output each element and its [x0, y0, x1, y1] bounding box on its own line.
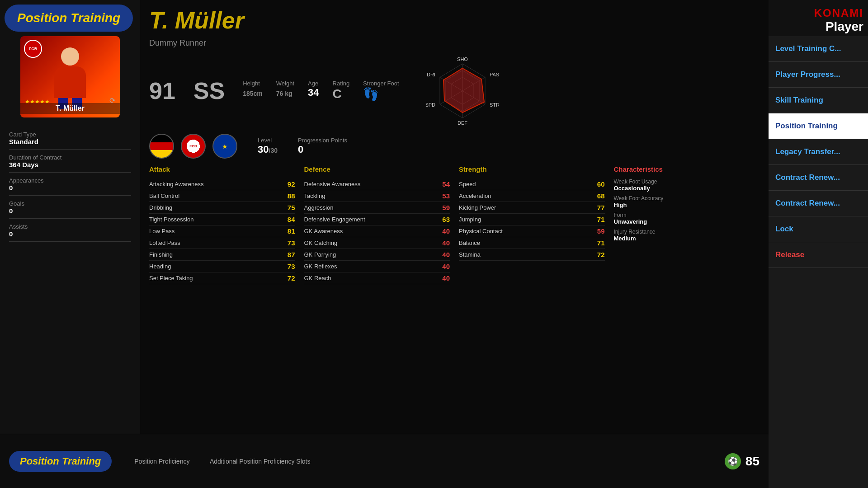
svg-text:PAS: PAS — [490, 72, 499, 77]
contract-label: Duration of Contract — [9, 154, 131, 161]
stat-low-pass: Low Pass 81 — [149, 225, 295, 237]
stat-gk-catching: GK Catching 40 — [304, 237, 450, 249]
additional-proficiency-label: Additional Position Proficiency Slots — [210, 458, 311, 465]
height-stat: Height 185cm — [243, 80, 263, 102]
bottom-badge-label: Position Training — [20, 455, 101, 467]
char-weak-foot-accuracy: Weak Foot Accuracy High — [614, 195, 760, 208]
stat-attacking-awareness: Attacking Awareness 92 — [149, 178, 295, 190]
stat-stamina: Stamina 72 — [459, 249, 605, 261]
bottom-panel: Position Training Position Proficiency A… — [0, 434, 769, 488]
sidebar-item-release[interactable]: Release — [769, 242, 868, 268]
stat-tight-possession: Tight Possession 84 — [149, 214, 295, 225]
stat-jumping: Jumping 71 — [459, 214, 605, 225]
characteristics-header: Characteristics — [614, 165, 760, 175]
stat-gk-parrying: GK Parrying 40 — [304, 249, 450, 261]
center-panel: T. Müller Dummy Runner 91 SS Height 185c… — [140, 0, 769, 488]
stat-speed: Speed 60 — [459, 178, 605, 190]
player-menu-label: Player — [773, 19, 863, 34]
age-label: Age — [308, 80, 319, 87]
defence-column: Defence Defensive Awareness 54 Tackling … — [304, 165, 450, 284]
stat-physical-contact: Physical Contact 59 — [459, 225, 605, 237]
sidebar-item-position-training[interactable]: Position Training — [769, 113, 868, 139]
bayern-badge: FCB — [181, 134, 206, 159]
goals-label: Goals — [9, 200, 131, 207]
char-form: Form Unwavering — [614, 212, 760, 225]
assists-value: 0 — [9, 230, 131, 242]
char-weak-foot-usage: Weak Foot Usage Occasionally — [614, 178, 760, 192]
stat-ball-control: Ball Control 88 — [149, 190, 295, 202]
stat-lofted-pass: Lofted Pass 73 — [149, 237, 295, 249]
height-value: 185cm — [243, 87, 263, 99]
currency-amount: 85 — [745, 454, 760, 469]
team-badge-card: FCB — [24, 40, 42, 58]
sidebar-item-legacy-transfer[interactable]: Legacy Transfer... — [769, 139, 868, 165]
stat-gk-reflexes: GK Reflexes 40 — [304, 261, 450, 272]
level-section: Level 30/30 — [258, 137, 278, 155]
sidebar-item-contract-renew-1[interactable]: Contract Renew... — [769, 165, 868, 191]
badges-level-row: FCB ★ Level 30/30 Progression Points 0 — [149, 134, 760, 159]
currency-icon: ⚽ — [725, 453, 741, 469]
sidebar-item-skill-training[interactable]: Skill Training — [769, 88, 868, 113]
char-injury-resistance: Injury Resistance Medium — [614, 229, 760, 242]
goals-value: 0 — [9, 207, 131, 219]
weight-value: 76 kg — [276, 87, 294, 99]
main-stats-row: 91 SS Height 185cm Weight 76 kg Age — [149, 55, 760, 127]
player-header: T. Müller — [149, 7, 760, 34]
stat-balance: Balance 71 — [459, 237, 605, 249]
attack-column: Attack Attacking Awareness 92 Ball Contr… — [149, 165, 295, 284]
level-value: 30/30 — [258, 144, 278, 155]
stat-finishing: Finishing 87 — [149, 249, 295, 261]
bottom-sub-labels: Position Proficiency Additional Position… — [134, 457, 310, 465]
card-type-value: Standard — [9, 138, 131, 150]
player-card: FCB ★★★★★ ⟳ T. Müller — [20, 36, 120, 117]
stat-dribbling: Dribbling 75 — [149, 202, 295, 214]
overall-rating: 91 — [149, 77, 175, 104]
euro-badge: ★ — [212, 134, 237, 159]
player-figure — [41, 47, 99, 106]
stat-tackling: Tackling 53 — [304, 190, 450, 202]
contract-value: 364 Days — [9, 161, 131, 173]
stat-heading: Heading 73 — [149, 261, 295, 272]
sidebar-item-lock[interactable]: Lock — [769, 216, 868, 242]
strength-header: Strength — [459, 165, 605, 175]
rating-stat: Rating C — [333, 80, 350, 102]
stat-gk-reach: GK Reach 40 — [304, 272, 450, 284]
position-rating: SS — [193, 77, 225, 104]
stat-set-piece: Set Piece Taking 72 — [149, 272, 295, 284]
rating-value: C — [333, 87, 350, 101]
weight-label: Weight — [276, 80, 294, 87]
right-sidebar: KONAMI Player Level Training C... Player… — [769, 0, 868, 488]
konami-logo: KONAMI — [773, 7, 863, 19]
assists-label: Assists — [9, 223, 131, 230]
level-label: Level — [258, 137, 278, 144]
height-label: Height — [243, 80, 263, 87]
germany-badge — [149, 134, 174, 159]
player-name: T. Müller — [149, 7, 244, 34]
player-card-name: T. Müller — [20, 103, 120, 114]
characteristics-column: Characteristics Weak Foot Usage Occasion… — [614, 165, 760, 284]
sidebar-item-player-progress[interactable]: Player Progress... — [769, 62, 868, 88]
stats-grid: Attack Attacking Awareness 92 Ball Contr… — [149, 165, 760, 284]
svg-text:SHO: SHO — [457, 56, 468, 62]
sidebar-item-contract-renew-2[interactable]: Contract Renew... — [769, 191, 868, 216]
sidebar-menu: Level Training C... Player Progress... S… — [769, 36, 868, 488]
detail-stats: Height 185cm Weight 76 kg Age 34 Ratin — [243, 80, 399, 102]
svg-text:SPD: SPD — [426, 102, 435, 108]
age-stat: Age 34 — [308, 80, 319, 102]
stronger-foot-stat: Stronger Foot 👣 — [363, 80, 399, 102]
progression-section: Progression Points 0 — [298, 137, 347, 155]
stat-acceleration: Acceleration 68 — [459, 190, 605, 202]
position-proficiency-label: Position Proficiency — [134, 458, 189, 465]
left-panel: Position Training FCB ★★★★★ ⟳ T. Mül — [0, 0, 140, 488]
stat-defensive-engagement: Defensive Engagement 63 — [304, 214, 450, 225]
position-training-label: Position Training — [17, 11, 120, 25]
stat-gk-awareness: GK Awareness 40 — [304, 225, 450, 237]
progression-label: Progression Points — [298, 137, 347, 144]
sidebar-item-level-training[interactable]: Level Training C... — [769, 36, 868, 62]
appearances-value: 0 — [9, 184, 131, 196]
stronger-foot-label: Stronger Foot — [363, 80, 399, 87]
foot-icon: 👣 — [363, 87, 399, 102]
card-type-label: Card Type — [9, 131, 131, 138]
radar-chart: SHO PAS STR DEF SPD DRI — [426, 55, 499, 127]
stat-defensive-awareness: Defensive Awareness 54 — [304, 178, 450, 190]
